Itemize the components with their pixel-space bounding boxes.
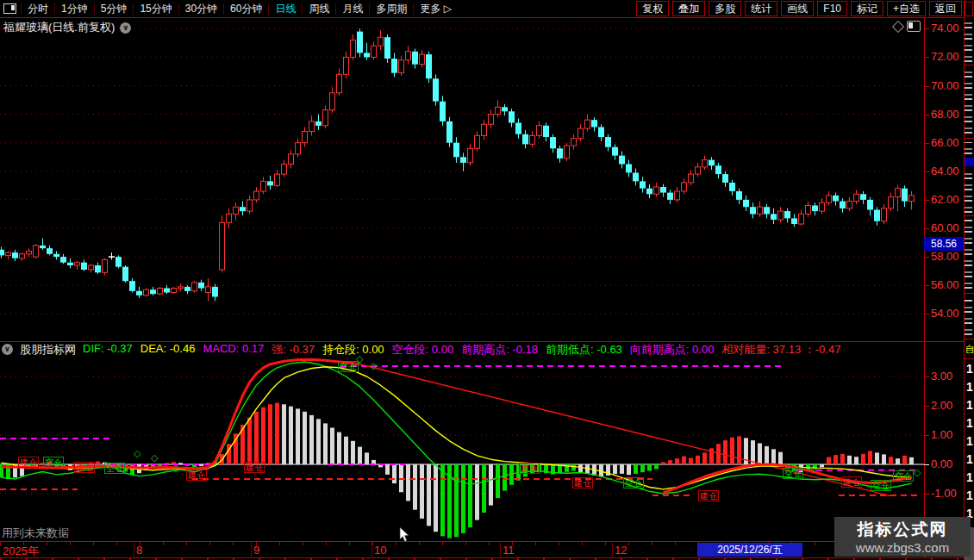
split-window-icon[interactable] [907, 21, 921, 32]
indicator-field: 向前期高点: 0.00 [630, 342, 715, 358]
toolbar-button-3[interactable]: 多股 [709, 1, 741, 16]
axis-tick [924, 285, 929, 286]
period-tab-1[interactable]: 分时 [22, 2, 54, 16]
toolbar-button-8[interactable]: +自选 [887, 1, 926, 16]
trading-app-window: 分时1分钟5分钟15分钟30分钟60分钟日线周线月线多周期更多 ▷ 复权叠加多股… [0, 0, 974, 560]
toolbar-button-1[interactable]: 复权 [636, 1, 669, 16]
future-data-warning: 用到未来数据 [2, 526, 69, 541]
period-tab-4[interactable]: 15分钟 [134, 2, 178, 16]
indicator-values: DIF: -0.37DEA: -0.46MACD: 0.17强: -0.37持仓… [83, 342, 840, 358]
strip-list-number: 1 [966, 399, 973, 411]
axis-border-line [924, 17, 925, 558]
period-tab-5[interactable]: 30分钟 [179, 2, 223, 16]
strip-list-number: 1 [966, 489, 973, 501]
axis-tick [924, 228, 929, 229]
strip-button[interactable] [965, 2, 973, 16]
price-axis-label: 58.00 [931, 251, 959, 263]
period-toolbar: 分时1分钟5分钟15分钟30分钟60分钟日线周线月线多周期更多 ▷ 复权叠加多股… [0, 0, 967, 18]
layout-icon[interactable] [3, 3, 16, 14]
indicator-name: 股朋指标网 [20, 342, 76, 358]
axis-tick [924, 57, 929, 58]
period-tab-9[interactable]: 月线 [336, 2, 369, 16]
axis-tick [924, 115, 929, 115]
toolbar-button-9[interactable]: 返回 [929, 1, 962, 16]
month-label: 9 [253, 544, 259, 557]
price-axis-label: 54.00 [931, 308, 959, 320]
strip-list-number: 1 [966, 453, 973, 465]
indicator-field: DEA: -0.46 [140, 342, 196, 358]
indicator-axis-label: 0.00 [931, 458, 952, 470]
chart-title-row: 福耀玻璃(日线.前复权) ∨ [3, 20, 131, 35]
axis-tick [924, 28, 929, 29]
toolbar-button-6[interactable]: F10 [817, 1, 847, 16]
period-tab-3[interactable]: 5分钟 [95, 2, 134, 16]
strip-list-number: 1 [966, 363, 973, 375]
indicator-axis-label: 2.00 [931, 400, 952, 412]
period-tabs: 分时1分钟5分钟15分钟30分钟60分钟日线周线月线多周期更多 ▷ [22, 2, 458, 16]
right-sidebar-strip[interactable]: 自 111111111 [965, 0, 974, 560]
period-tab-11[interactable]: 更多 ▷ [414, 2, 458, 16]
strip-list-number: 1 [966, 381, 973, 393]
month-separator [612, 542, 613, 558]
strip-list-number: 1 [966, 417, 973, 429]
toolbar-button-2[interactable]: 叠加 [672, 1, 705, 16]
axis-tick [924, 314, 929, 314]
macd-indicator-chart[interactable] [0, 342, 924, 541]
indicator-header: ∨ 股朋指标网 DIF: -0.37DEA: -0.46MACD: 0.17强:… [2, 343, 840, 356]
mouse-cursor [399, 527, 411, 543]
axis-tick [924, 143, 929, 144]
period-tab-10[interactable]: 多周期 [370, 2, 413, 16]
strip-selected-row [965, 158, 974, 166]
chevron-down-icon[interactable]: ∨ [120, 22, 131, 34]
strip-yellow-char: 自 [965, 343, 974, 356]
price-axis-label: 60.00 [931, 222, 959, 234]
toolbar-button-4[interactable]: 统计 [745, 1, 777, 16]
indicator-field: 前期低点: -0.63 [546, 342, 622, 358]
period-tab-6[interactable]: 60分钟 [224, 2, 268, 16]
axis-tick [924, 435, 929, 436]
axis-tick [924, 257, 929, 258]
watermark-url: www.zbgs3.com [834, 540, 971, 555]
toolbar-button-5[interactable]: 画线 [781, 1, 814, 16]
strip-list-number: 1 [966, 435, 973, 447]
price-axis-label: 62.00 [931, 194, 959, 206]
month-label: 8 [136, 544, 142, 557]
month-separator [134, 542, 134, 558]
indicator-field: 空仓段: 0.00 [392, 342, 454, 358]
period-tab-8[interactable]: 周线 [303, 2, 335, 16]
action-buttons: 复权叠加多股统计画线F10标记+自选返回 [636, 1, 962, 16]
date-ticks [0, 542, 964, 545]
selected-date-badge: 2025/12/26/五 [697, 543, 802, 557]
price-axis-label: 68.00 [931, 109, 959, 121]
period-tab-7[interactable]: 日线 [269, 2, 302, 16]
axis-tick [924, 376, 929, 377]
month-separator [500, 542, 501, 558]
strip-list-number: 1 [966, 471, 973, 483]
axis-tick [924, 464, 929, 465]
indicator-field: 相对能量: 37.13 ：-0.47 [721, 342, 840, 358]
indicator-axis-label: 3.00 [931, 370, 952, 383]
indicator-field: MACD: 0.17 [203, 342, 264, 358]
chart-title: 福耀玻璃(日线.前复权) [3, 20, 115, 35]
price-axis-label: 70.00 [931, 80, 959, 92]
last-price-badge: 58.56 [924, 237, 964, 251]
month-separator [371, 542, 372, 558]
month-label: 2025年 [3, 544, 39, 559]
month-label: 10 [374, 544, 386, 557]
indicator-collapse-icon[interactable]: ∨ [2, 344, 13, 355]
indicator-field: DIF: -0.37 [83, 342, 133, 358]
indicator-axis-label: 1.00 [931, 429, 952, 441]
axis-tick [924, 406, 929, 407]
price-axis-label: 72.00 [931, 51, 959, 63]
watermark: 指标公式网 www.zbgs3.com [834, 517, 971, 557]
period-tab-2[interactable]: 1分钟 [55, 2, 94, 16]
diamond-icon[interactable] [894, 22, 902, 31]
axis-tick [924, 86, 929, 87]
month-separator [251, 542, 252, 558]
indicator-field: 强: -0.37 [272, 342, 315, 358]
watermark-title: 指标公式网 [834, 519, 971, 541]
indicator-field: 前期高点: -0.18 [461, 342, 538, 358]
price-axis-label: 74.00 [931, 22, 959, 34]
toolbar-button-7[interactable]: 标记 [851, 1, 883, 16]
candlestick-chart[interactable] [0, 17, 924, 341]
